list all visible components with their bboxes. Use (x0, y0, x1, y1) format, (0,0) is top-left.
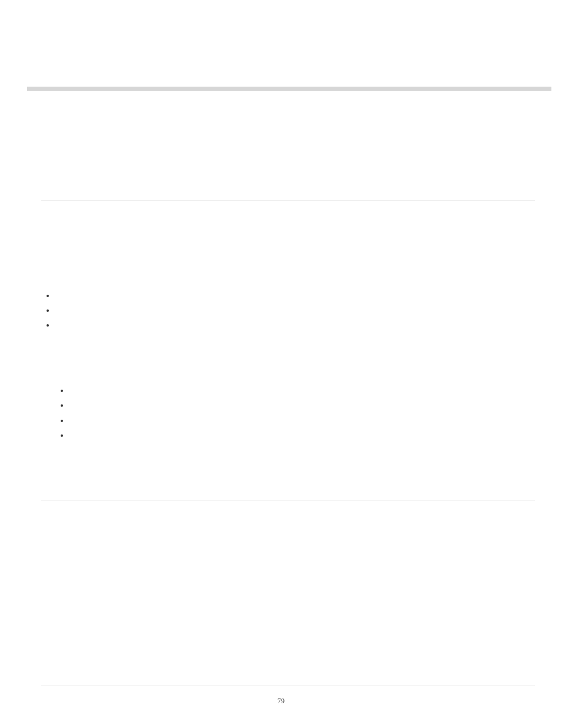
page-number: 79 (0, 697, 562, 706)
header-rule-thick (27, 87, 551, 91)
bullet-icon (61, 420, 63, 422)
section-divider (41, 686, 535, 686)
bullet-icon (47, 295, 49, 297)
bullet-icon (47, 324, 49, 327)
bullet-icon (61, 434, 63, 437)
section-divider (41, 500, 535, 500)
section-divider (41, 200, 535, 201)
bullet-icon (47, 309, 49, 312)
bullet-icon (61, 390, 63, 392)
bullet-icon (61, 404, 63, 407)
